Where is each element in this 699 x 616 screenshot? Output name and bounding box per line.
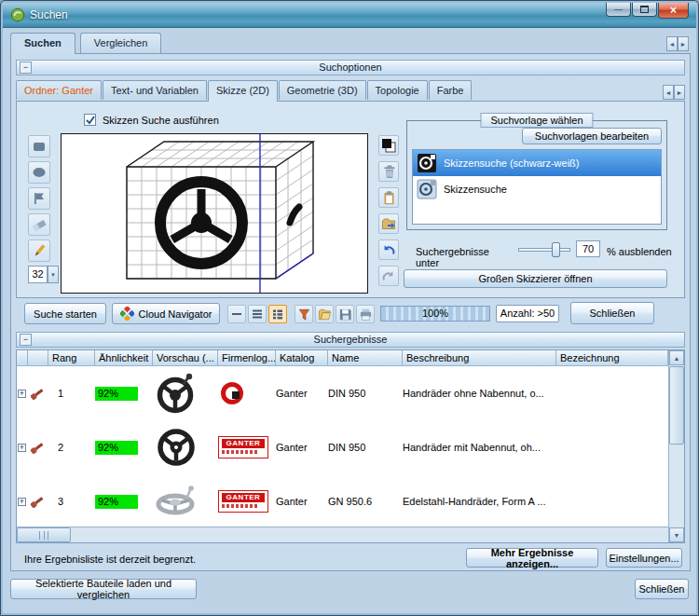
horizontal-scrollbar[interactable] [17, 527, 668, 542]
search-template-panel: Suchvorlage wählen Suchvorlagen bearbeit… [406, 120, 667, 230]
result-limit-note: Ihre Ergebnisliste ist derzeit begrenzt. [24, 554, 196, 565]
column-expander[interactable] [17, 350, 28, 366]
column-type[interactable] [28, 350, 48, 366]
view-detail-button[interactable] [268, 305, 287, 323]
options-tabs-scroll-right-button[interactable]: ► [674, 85, 685, 100]
cloud-navigator-button[interactable]: Cloud Navigator [112, 303, 220, 324]
undo-button[interactable] [378, 240, 399, 260]
execute-sketch-search-checkbox[interactable] [84, 114, 96, 126]
slider-track[interactable] [518, 248, 570, 252]
trash-icon [381, 164, 396, 179]
close-button[interactable]: × [658, 3, 689, 19]
column-preview[interactable]: Vorschau (... [153, 350, 218, 366]
settings-button[interactable]: Einstellungen... [606, 548, 682, 568]
folder-open-icon [318, 308, 332, 322]
main-tabs-scroll-left-button[interactable]: ◄ [666, 36, 678, 51]
collapse-results-button[interactable]: − [20, 334, 32, 346]
paste-button[interactable] [378, 187, 399, 208]
result-count-field[interactable]: Anzahl: >50 [496, 305, 559, 322]
hide-results-slider[interactable] [518, 242, 570, 257]
options-tab-strip: Ordner: GanterText- und VariablenSkizze … [16, 80, 685, 101]
rectangle-tool-button[interactable] [28, 135, 50, 157]
tab-vergleichen[interactable]: Vergleichen [80, 33, 162, 53]
row-expander[interactable]: + [18, 444, 26, 452]
row-expander[interactable]: + [18, 498, 26, 506]
tab-ordner-ganter[interactable]: Ordner: Ganter [16, 80, 102, 100]
vertical-scrollbar[interactable]: ▲ ▼ [668, 350, 684, 542]
pen-size-field[interactable]: 32 [28, 266, 48, 283]
tab-topologie[interactable]: Topologie [367, 80, 428, 100]
tab-skizze-2d[interactable]: Skizze (2D) [208, 80, 278, 102]
template-panel-header: Suchvorlage wählen [480, 113, 593, 128]
main-tab-strip: Suchen Vergleichen ◄► [10, 33, 689, 53]
main-tabs-scroll-right-button[interactable]: ► [678, 36, 689, 51]
row-expander[interactable]: + [18, 390, 26, 398]
sketch-template-icon [417, 179, 437, 199]
horizontal-scroll-thumb[interactable] [17, 527, 71, 542]
result-row[interactable]: + 3 92% GANTER Ganter GN 950.6 Edelstahl… [17, 474, 668, 528]
column-catalog[interactable]: Katalog [276, 350, 328, 366]
template-item-color[interactable]: Skizzensuche [413, 176, 661, 202]
scroll-up-button[interactable]: ▲ [669, 350, 684, 365]
tab-farbe[interactable]: Farbe [429, 80, 473, 100]
result-row[interactable]: + 1 92% Ganter DIN 950 Handräder ohne Na… [17, 366, 668, 420]
more-results-button[interactable]: Mehr Ergebnisse anzeigen... [466, 548, 598, 568]
maximize-button[interactable] [632, 3, 657, 17]
flag-icon [32, 191, 47, 206]
name-cell: DIN 950 [328, 442, 403, 453]
result-row[interactable]: + 2 92% GANTER Ganter DIN 950 Handräder … [17, 420, 668, 474]
name-cell: GN 950.6 [328, 496, 403, 507]
search-window: Suchen — × Suchen Vergleichen ◄► − Sucho… [0, 0, 699, 616]
filter-results-button[interactable] [295, 305, 313, 323]
minimize-button[interactable]: — [606, 3, 631, 17]
load-results-button[interactable] [315, 305, 334, 323]
hide-results-prefix-label: Suchergebnisse unter [416, 246, 514, 268]
delete-sketch-button[interactable] [378, 161, 399, 182]
redo-button[interactable] [378, 266, 399, 286]
company-logo-text: GANTER [222, 439, 265, 448]
preview-image [153, 478, 199, 525]
sketch-canvas[interactable] [61, 133, 368, 294]
eraser-tool-button[interactable] [28, 213, 50, 236]
column-logo[interactable]: Firmenlog... [218, 350, 276, 366]
scroll-grip-icon [39, 531, 48, 540]
tab-text-variablen[interactable]: Text- und Variablen [103, 80, 207, 100]
hide-results-value-field[interactable]: 70 [576, 240, 600, 257]
search-options-header: − Suchoptionen [16, 60, 685, 75]
scroll-down-button[interactable]: ▼ [669, 527, 684, 542]
column-similarity[interactable]: Ähnlichkeit [95, 350, 153, 366]
vertical-scroll-thumb[interactable] [669, 366, 684, 445]
view-compact-button[interactable] [227, 305, 246, 323]
polygon-tool-button[interactable] [28, 187, 50, 210]
column-description[interactable]: Beschreibung [403, 350, 556, 366]
load-and-compare-button[interactable]: Selektierte Bauteile laden und vergleich… [10, 579, 197, 599]
import-image-button[interactable] [378, 213, 399, 234]
ellipse-tool-button[interactable] [28, 161, 50, 184]
tab-geometrie-3d[interactable]: Geometrie (3D) [279, 80, 366, 100]
collapse-options-button[interactable]: − [20, 62, 32, 74]
column-rank[interactable]: Rang [48, 350, 95, 366]
close-window-button[interactable]: Schließen [635, 579, 689, 599]
close-search-button[interactable]: Schließen [570, 302, 654, 324]
options-tabs-scroll-left-button[interactable]: ◄ [663, 85, 674, 100]
results-table: Rang Ähnlichkeit Vorschau (... Firmenlog… [16, 349, 685, 543]
pencil-tool-button[interactable] [28, 240, 50, 262]
pen-size-dropdown-button[interactable]: ▼ [48, 266, 59, 283]
color-swatch-button[interactable] [378, 135, 399, 156]
search-tab-panel: − Suchoptionen Ordner: GanterText- und V… [10, 53, 691, 571]
column-designation[interactable]: Bezeichnung [556, 350, 668, 366]
open-large-sketcher-button[interactable]: Großen Skizzierer öffnen [404, 269, 667, 288]
column-name[interactable]: Name [328, 350, 403, 366]
start-search-button[interactable]: Suche starten [24, 303, 106, 324]
save-results-button[interactable] [336, 305, 354, 323]
part-type-icon [28, 492, 47, 511]
edit-templates-button[interactable]: Suchvorlagen bearbeiten [522, 128, 662, 144]
tab-suchen[interactable]: Suchen [10, 33, 75, 54]
template-item-bw[interactable]: Skizzensuche (schwarz-weiß) [413, 150, 661, 176]
print-button[interactable] [356, 305, 375, 323]
description-cell: Handräder ohne Nabennut, o... [403, 388, 556, 399]
slider-thumb[interactable] [552, 242, 560, 257]
company-logo-text: GANTER [222, 493, 265, 502]
template-item-label: Skizzensuche (schwarz-weiß) [444, 157, 579, 169]
view-list-button[interactable] [248, 305, 267, 323]
